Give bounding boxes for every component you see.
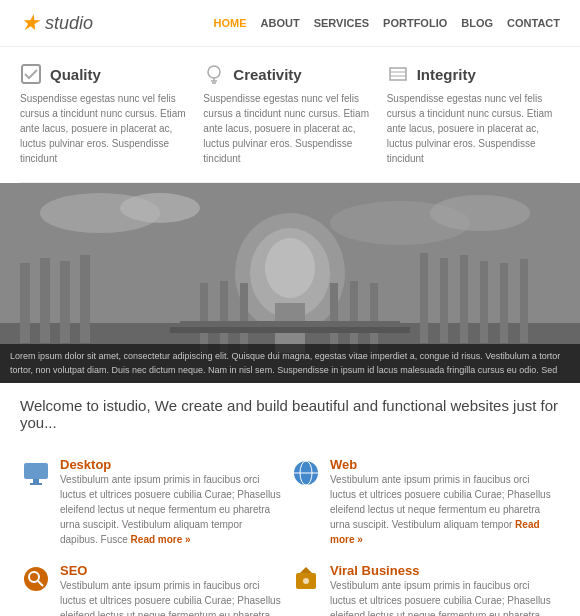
service-desc: Vestibulum ante ipsum primis in faucibus… [330,578,552,616]
service-icon-viral [290,563,322,595]
service-read-more[interactable]: Read more » [330,519,540,545]
service-title: Viral Business [330,563,552,578]
feature-icon-check [20,63,42,85]
svg-rect-37 [33,479,39,483]
svg-rect-33 [520,259,528,343]
nav-item-home[interactable]: HOME [214,17,247,29]
feature-icon-bulb [203,63,225,85]
svg-rect-22 [200,283,208,353]
service-title: SEO [60,563,282,578]
services-section: Desktop Vestibulum ante ipsum primis in … [0,451,580,616]
svg-rect-36 [24,463,48,479]
feature-layers: Integrity Suspendisse egestas nunc vel f… [387,63,560,166]
service-read-more[interactable]: Read more » [131,534,191,545]
feature-title-text: Quality [50,66,101,83]
nav-item-contact[interactable]: CONTACT [507,17,560,29]
svg-point-46 [303,578,309,584]
feature-desc: Suspendisse egestas nunc vel felis cursu… [203,91,376,166]
feature-bulb: Creativity Suspendisse egestas nunc vel … [203,63,376,166]
service-desc: Vestibulum ante ipsum primis in faucibus… [60,578,282,616]
service-desc: Vestibulum ante ipsum primis in faucibus… [330,472,552,547]
svg-rect-24 [240,283,248,353]
svg-rect-38 [30,483,42,485]
service-icon-globe [290,457,322,489]
svg-rect-31 [480,261,488,343]
svg-rect-26 [350,281,358,353]
nav-item-portfolio[interactable]: PORTFOLIO [383,17,447,29]
nav-item-about[interactable]: ABOUT [261,17,300,29]
svg-rect-27 [370,283,378,353]
svg-rect-25 [330,283,338,353]
service-globe: Web Vestibulum ante ipsum primis in fauc… [290,451,560,557]
service-desktop: Desktop Vestibulum ante ipsum primis in … [20,451,290,557]
hero-caption: Lorem ipsum dolor sit amet, consectetur … [0,344,580,383]
svg-point-20 [265,238,315,298]
svg-rect-29 [440,258,448,343]
svg-point-10 [120,193,200,223]
svg-point-1 [208,66,220,78]
service-desc: Vestibulum ante ipsum primis in faucibus… [60,472,282,547]
svg-rect-17 [80,255,90,343]
nav-item-services[interactable]: SERVICES [314,17,369,29]
feature-title-text: Integrity [417,66,476,83]
svg-rect-30 [460,255,468,343]
service-viral: Viral Business Vestibulum ante ipsum pri… [290,557,560,616]
service-icon-seo [20,563,52,595]
service-seo: SEO Vestibulum ante ipsum primis in fauc… [20,557,290,616]
svg-rect-5 [390,68,406,80]
svg-point-12 [430,195,530,231]
service-title: Desktop [60,457,282,472]
svg-rect-28 [420,253,428,343]
feature-desc: Suspendisse egestas nunc vel felis cursu… [20,91,193,166]
svg-point-42 [24,567,48,591]
logo-star-icon: ★ [20,10,40,36]
svg-rect-15 [40,258,50,343]
nav-item-blog[interactable]: BLOG [461,17,493,29]
service-title: Web [330,457,552,472]
nav: HOMEABOUTSERVICESPORTFOLIOBLOGCONTACT [214,17,560,29]
logo: ★ studio [20,10,93,36]
svg-rect-16 [60,261,70,343]
features-section: Quality Suspendisse egestas nunc vel fel… [0,47,580,182]
svg-rect-23 [220,281,228,353]
svg-rect-0 [22,65,40,83]
svg-rect-14 [20,263,30,343]
hero-section: Lorem ipsum dolor sit amet, consectetur … [0,183,580,383]
feature-title-text: Creativity [233,66,301,83]
welcome-heading: Welcome to istudio, We create and build … [20,397,560,431]
svg-rect-32 [500,263,508,343]
svg-rect-35 [170,327,410,333]
feature-check: Quality Suspendisse egestas nunc vel fel… [20,63,193,166]
feature-desc: Suspendisse egestas nunc vel felis cursu… [387,91,560,166]
feature-icon-layers [387,63,409,85]
header: ★ studio HOMEABOUTSERVICESPORTFOLIOBLOGC… [0,0,580,47]
service-icon-desktop [20,457,52,489]
welcome-section: Welcome to istudio, We create and build … [0,383,580,451]
logo-text: studio [45,13,93,34]
